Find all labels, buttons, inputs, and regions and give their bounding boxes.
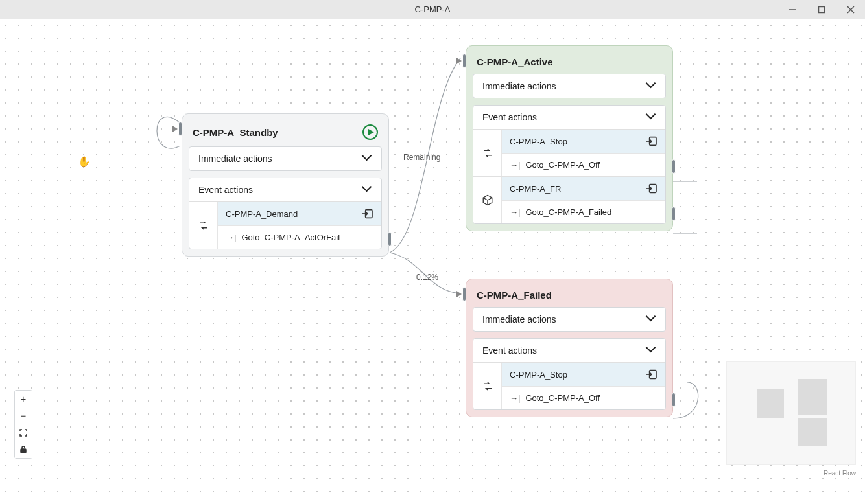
- active-event-label: Event actions: [482, 112, 537, 122]
- failed-event1-goto: Goto_C-PMP-A_Off: [525, 393, 600, 403]
- node-standby-title: C-PMP-A_Standby: [193, 127, 278, 138]
- enter-icon: [645, 136, 658, 146]
- node-failed-header: C-PMP-A_Failed: [473, 286, 666, 307]
- standby-event-section[interactable]: Event actions C-PMP-A_Demand →|Goto_C-PM…: [189, 178, 382, 249]
- failed-immediate-section[interactable]: Immediate actions: [473, 307, 666, 332]
- active-event2-row[interactable]: C-PMP-A_FR: [502, 177, 665, 201]
- standby-goto-row[interactable]: →|Goto_C-PMP-A_ActOrFail: [218, 226, 381, 249]
- zoom-out-button[interactable]: −: [15, 407, 32, 424]
- edge-label-remaining: Remaining: [401, 152, 443, 163]
- node-standby-in-handle[interactable]: [178, 122, 182, 136]
- swap-icon: [189, 202, 218, 249]
- play-icon: [362, 124, 378, 140]
- close-button[interactable]: [836, 0, 865, 19]
- chevron-down-icon: [647, 315, 656, 324]
- enter-icon: [645, 183, 658, 194]
- standby-event1-name: C-PMP-A_Demand: [226, 209, 298, 219]
- standby-event-label: Event actions: [198, 185, 253, 195]
- active-out-handle-1[interactable]: [672, 159, 676, 174]
- standby-event1-goto: Goto_C-PMP-A_ActOrFail: [241, 233, 340, 242]
- active-event1-name: C-PMP-A_Stop: [510, 137, 567, 146]
- attribution-label: React Flow: [824, 470, 856, 477]
- node-failed-in-handle[interactable]: [462, 287, 466, 301]
- zoom-in-button[interactable]: +: [15, 391, 32, 407]
- minimize-button[interactable]: [777, 0, 807, 19]
- minimap[interactable]: [726, 361, 856, 465]
- active-event-section[interactable]: Event actions C-PMP-A_Stop →|Goto_C-PMP-…: [473, 105, 666, 224]
- failed-event-section[interactable]: Event actions C-PMP-A_Stop →|Goto_C-PMP-…: [473, 338, 666, 410]
- goto-arrow-icon: →|: [510, 207, 520, 217]
- cube-icon: [473, 177, 502, 223]
- svg-rect-8: [21, 449, 26, 453]
- active-event2-name: C-PMP-A_FR: [510, 184, 561, 194]
- window-titlebar: C-PMP-A: [0, 0, 865, 19]
- active-event1-goto: Goto_C-PMP-A_Off: [525, 160, 600, 170]
- fit-view-button[interactable]: [15, 424, 32, 441]
- maximize-button[interactable]: [807, 0, 836, 19]
- active-event1-row[interactable]: C-PMP-A_Stop: [502, 130, 665, 154]
- window-controls: [777, 0, 865, 19]
- svg-rect-1: [818, 6, 824, 12]
- swap-icon: [473, 130, 502, 176]
- enter-icon: [361, 209, 373, 219]
- node-active-title: C-PMP-A_Active: [477, 56, 553, 67]
- active-immediate-label: Immediate actions: [482, 81, 556, 91]
- node-failed[interactable]: C-PMP-A_Failed Immediate actions Event a…: [466, 279, 673, 417]
- chevron-down-icon: [363, 185, 372, 194]
- chevron-down-icon: [363, 154, 372, 163]
- flow-canvas[interactable]: ✋ Remaining 0.12% C-PMP-A_Standby Immedi…: [0, 19, 865, 504]
- failed-goto1-row[interactable]: →|Goto_C-PMP-A_Off: [502, 387, 665, 409]
- flow-controls: + −: [14, 390, 32, 459]
- active-out-handle-2[interactable]: [672, 207, 676, 221]
- node-standby-header: C-PMP-A_Standby: [189, 120, 382, 146]
- active-event2-goto: Goto_C-PMP-A_Failed: [525, 207, 611, 217]
- window-title: C-PMP-A: [415, 5, 451, 14]
- swap-icon: [473, 363, 502, 409]
- hand-cursor-icon: ✋: [78, 155, 91, 168]
- node-active-header: C-PMP-A_Active: [473, 52, 666, 74]
- chevron-down-icon: [647, 82, 656, 91]
- failed-event-label: Event actions: [482, 345, 537, 356]
- active-immediate-section[interactable]: Immediate actions: [473, 74, 666, 98]
- active-goto2-row[interactable]: →|Goto_C-PMP-A_Failed: [502, 201, 665, 223]
- standby-immediate-label: Immediate actions: [198, 154, 272, 164]
- edge-label-failprob: 0.12%: [414, 272, 441, 282]
- failed-out-handle[interactable]: [672, 393, 676, 407]
- standby-event-row[interactable]: C-PMP-A_Demand: [218, 202, 381, 226]
- failed-immediate-label: Immediate actions: [482, 314, 556, 325]
- active-goto1-row[interactable]: →|Goto_C-PMP-A_Off: [502, 154, 665, 176]
- goto-arrow-icon: →|: [510, 393, 520, 403]
- standby-out-handle[interactable]: [388, 232, 392, 246]
- goto-arrow-icon: →|: [226, 233, 236, 242]
- chevron-down-icon: [647, 113, 656, 122]
- node-active-in-handle[interactable]: [462, 54, 466, 68]
- node-active[interactable]: C-PMP-A_Active Immediate actions Event a…: [466, 45, 673, 231]
- node-standby[interactable]: C-PMP-A_Standby Immediate actions Event …: [182, 113, 389, 257]
- chevron-down-icon: [647, 346, 656, 355]
- lock-button[interactable]: [15, 441, 32, 458]
- enter-icon: [645, 369, 658, 380]
- failed-event1-row[interactable]: C-PMP-A_Stop: [502, 363, 665, 387]
- goto-arrow-icon: →|: [510, 160, 520, 170]
- standby-immediate-section[interactable]: Immediate actions: [189, 146, 382, 171]
- node-failed-title: C-PMP-A_Failed: [477, 290, 552, 301]
- failed-event1-name: C-PMP-A_Stop: [510, 370, 567, 380]
